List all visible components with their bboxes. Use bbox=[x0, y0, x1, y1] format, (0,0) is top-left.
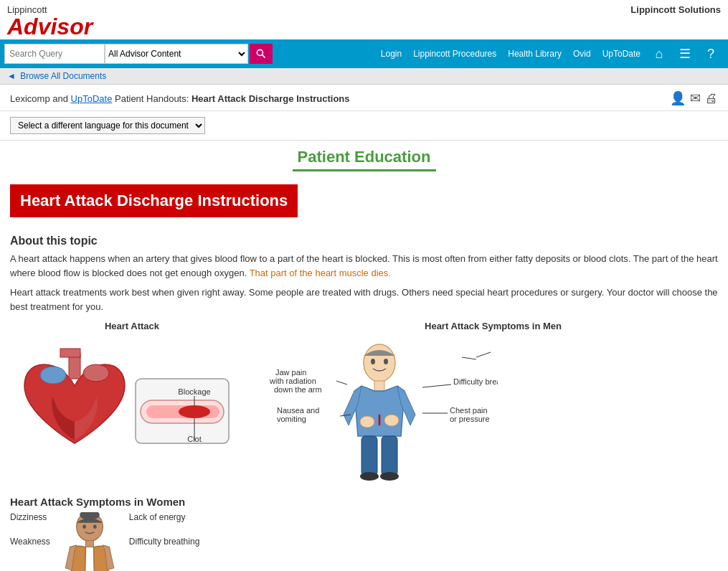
figure-right-title: Heart Attack Symptoms in Men bbox=[268, 321, 718, 331]
women-symptom-weakness: Weakness bbox=[10, 537, 50, 547]
women-labels-left: Dizziness Weakness bbox=[10, 512, 50, 547]
svg-point-9 bbox=[179, 405, 210, 418]
body-para-1-highlight: That part of the heart muscle dies. bbox=[247, 268, 391, 278]
svg-text:or pressure: or pressure bbox=[450, 415, 490, 423]
svg-text:down the arm: down the arm bbox=[274, 385, 322, 394]
women-symptom-lack-energy: Lack of energy bbox=[129, 512, 200, 522]
svg-rect-38 bbox=[85, 540, 93, 547]
search-icon bbox=[255, 48, 267, 60]
figure-heart-anatomy: Heart Attack bbox=[10, 321, 254, 474]
search-scope-select[interactable]: All Advisor ContentDrug InformationPatie… bbox=[105, 44, 248, 64]
svg-point-36 bbox=[82, 524, 86, 529]
svg-rect-21 bbox=[382, 436, 397, 476]
svg-text:Blockage: Blockage bbox=[178, 387, 210, 396]
email-icon[interactable]: ✉ bbox=[690, 90, 701, 106]
nav-login[interactable]: Login bbox=[375, 49, 407, 59]
language-select[interactable]: Select a different language for this doc… bbox=[10, 117, 205, 134]
doc-title-bold: Heart Attack Discharge Instructions bbox=[192, 93, 350, 104]
nav-health-library[interactable]: Health Library bbox=[502, 49, 567, 59]
nav-bar: All Advisor ContentDrug InformationPatie… bbox=[0, 39, 728, 68]
svg-point-22 bbox=[360, 472, 379, 481]
doc-actions: 👤 ✉ 🖨 bbox=[670, 90, 718, 106]
body-para-2: Heart attack treatments work best when g… bbox=[10, 286, 718, 313]
jaw-pain-label: Jaw pain bbox=[275, 368, 306, 377]
women-section: Heart Attack Symptoms in Women Dizziness… bbox=[10, 496, 718, 571]
svg-rect-3 bbox=[60, 349, 80, 357]
chest-pain-label: Chest pain bbox=[450, 406, 488, 415]
svg-point-23 bbox=[380, 472, 399, 481]
nav-lippincott-procedures[interactable]: Lippincott Procedures bbox=[407, 49, 502, 59]
home-icon: ⌂ bbox=[656, 47, 663, 62]
brand-advisor-text: Advisor bbox=[7, 15, 93, 38]
svg-point-37 bbox=[93, 524, 97, 529]
content-area: Patient Education Heart Attack Discharge… bbox=[0, 141, 728, 571]
svg-point-16 bbox=[384, 359, 388, 364]
help-icon: ? bbox=[707, 47, 714, 62]
doc-title-area: Lexicomp and UpToDate Patient Handouts: … bbox=[10, 93, 350, 104]
women-symptom-difficulty-breathing: Difficulty breathing bbox=[129, 537, 200, 547]
nav-menu-button[interactable]: ☰ bbox=[672, 39, 698, 68]
difficulty-breathing-label: Difficulty breathing bbox=[453, 377, 498, 386]
svg-point-4 bbox=[40, 367, 66, 384]
svg-point-18 bbox=[360, 416, 374, 428]
brand-bar: Lippincott Advisor Lippincott Solutions bbox=[0, 0, 728, 39]
menu-icon: ☰ bbox=[679, 46, 691, 62]
svg-line-25 bbox=[476, 352, 491, 357]
body-para-1: A heart attack happens when an artery th… bbox=[10, 252, 718, 280]
svg-text:with radiation: with radiation bbox=[269, 377, 316, 385]
heart-anatomy-svg: Blockage Clot bbox=[10, 336, 247, 472]
breadcrumb-bar: ◄ Browse All Documents bbox=[0, 68, 728, 85]
svg-text:vomiting: vomiting bbox=[277, 415, 306, 423]
figure-symptoms-men: Heart Attack Symptoms in Men bbox=[268, 321, 718, 489]
svg-point-14 bbox=[364, 344, 395, 382]
svg-line-24 bbox=[462, 357, 476, 359]
svg-line-1 bbox=[263, 55, 265, 58]
svg-rect-20 bbox=[361, 436, 377, 476]
doc-prefix: Lexicomp and bbox=[10, 93, 71, 104]
about-section-title: About this topic bbox=[10, 235, 718, 247]
figure-left-title: Heart Attack bbox=[10, 321, 254, 331]
person-icon[interactable]: 👤 bbox=[670, 90, 686, 106]
nav-ovid[interactable]: Ovid bbox=[567, 49, 597, 59]
svg-point-5 bbox=[83, 364, 109, 382]
nausea-label: Nausea and bbox=[277, 406, 319, 415]
women-figure-svg bbox=[57, 512, 122, 571]
nav-uptodate[interactable]: UpToDate bbox=[597, 49, 646, 59]
women-symptoms-row: Dizziness Weakness bbox=[10, 512, 718, 571]
search-input[interactable] bbox=[4, 44, 105, 64]
breadcrumb-link[interactable]: Browse All Documents bbox=[20, 71, 106, 81]
lang-bar: Select a different language for this doc… bbox=[0, 111, 728, 141]
symptoms-men-svg: Pale Sweating Jaw pain with radiation do… bbox=[268, 336, 498, 486]
print-icon[interactable]: 🖨 bbox=[705, 91, 718, 106]
svg-point-15 bbox=[371, 359, 375, 364]
patient-education-underline bbox=[293, 169, 436, 171]
back-arrow-icon: ◄ bbox=[7, 71, 16, 81]
patient-education-heading: Patient Education bbox=[10, 148, 718, 166]
main-title: Heart Attack Discharge Instructions bbox=[10, 184, 298, 217]
brand-solutions-text: Lippincott Solutions bbox=[630, 4, 721, 15]
women-labels-right: Lack of energy Difficulty breathing bbox=[129, 512, 200, 547]
women-symptom-dizziness: Dizziness bbox=[10, 512, 50, 522]
svg-rect-17 bbox=[374, 381, 384, 391]
women-section-title: Heart Attack Symptoms in Women bbox=[10, 496, 718, 508]
doc-header: Lexicomp and UpToDate Patient Handouts: … bbox=[0, 85, 728, 111]
brand-logo: Lippincott Advisor bbox=[7, 4, 93, 38]
doc-middle: Patient Handouts: bbox=[112, 93, 192, 104]
svg-line-29 bbox=[422, 384, 451, 387]
search-button[interactable] bbox=[250, 44, 273, 64]
svg-point-0 bbox=[257, 49, 263, 55]
doc-uptodate-link[interactable]: UpToDate bbox=[71, 93, 113, 104]
figures-row: Heart Attack bbox=[10, 321, 718, 489]
nav-home-button[interactable]: ⌂ bbox=[646, 39, 672, 68]
svg-point-19 bbox=[384, 415, 399, 426]
svg-line-28 bbox=[336, 381, 347, 384]
nav-help-button[interactable]: ? bbox=[698, 39, 724, 68]
